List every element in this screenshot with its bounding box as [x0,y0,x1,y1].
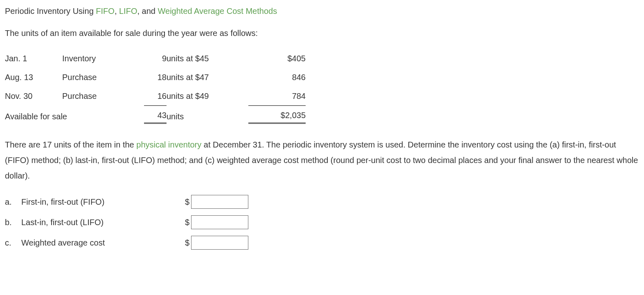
cell-date: Jan. 1 [5,49,62,68]
answers-section: a. First-in, first-out (FIFO) $ b. Last-… [5,195,639,250]
currency-symbol: $ [185,216,189,228]
title-sep1: , [115,7,119,16]
answer-row-b: b. Last-in, first-out (LIFO) $ [5,215,639,229]
cell-desc: units at $49 [167,87,248,106]
title-wac-link[interactable]: Weighted Average Cost Methods [158,7,277,16]
currency-symbol: $ [185,237,189,249]
answer-row-a: a. First-in, first-out (FIFO) $ [5,195,639,209]
instr-part-a: There are 17 units of the item in the [5,140,136,149]
weighted-avg-input[interactable] [191,236,248,250]
answer-letter: b. [5,216,21,228]
cell-total-units: 43 [144,106,167,127]
answer-label: Last-in, first-out (LIFO) [21,216,185,228]
table-total-row: Available for sale 43 units $2,035 [5,106,306,127]
cell-total-desc: units [167,106,248,127]
cell-type: Inventory [62,49,144,68]
cell-amt: 846 [248,68,306,87]
answer-label: Weighted average cost [21,237,185,249]
cell-units: 16 [144,87,167,106]
answer-letter: c. [5,237,21,249]
table-row: Aug. 13 Purchase 18 units at $47 846 [5,68,306,87]
inventory-table: Jan. 1 Inventory 9 units at $45 $405 Aug… [5,49,306,127]
cell-total-label: Available for sale [5,106,144,127]
table-row: Jan. 1 Inventory 9 units at $45 $405 [5,49,306,68]
cell-date: Nov. 30 [5,87,62,106]
title-prefix: Periodic Inventory Using [5,7,96,16]
cell-desc: units at $47 [167,68,248,87]
cell-amt: $405 [248,49,306,68]
cell-date: Aug. 13 [5,68,62,87]
cell-units: 18 [144,68,167,87]
physical-inventory-link[interactable]: physical inventory [136,140,201,149]
title-lifo-link[interactable]: LIFO [119,7,137,16]
cell-units: 9 [144,49,167,68]
cell-total-amt: $2,035 [248,106,306,127]
answer-row-c: c. Weighted average cost $ [5,236,639,250]
cell-type: Purchase [62,68,144,87]
instructions-text: There are 17 units of the item in the ph… [5,137,639,183]
cell-amt: 784 [248,87,306,106]
cell-type: Purchase [62,87,144,106]
table-row: Nov. 30 Purchase 16 units at $49 784 [5,87,306,106]
answer-letter: a. [5,196,21,208]
intro-text: The units of an item available for sale … [5,27,639,39]
answer-label: First-in, first-out (FIFO) [21,196,185,208]
lifo-input[interactable] [191,215,248,229]
page-title: Periodic Inventory Using FIFO, LIFO, and… [5,5,639,17]
title-fifo-link[interactable]: FIFO [96,7,115,16]
fifo-input[interactable] [191,195,248,209]
currency-symbol: $ [185,196,189,208]
cell-desc: units at $45 [167,49,248,68]
title-sep2: , and [137,7,158,16]
